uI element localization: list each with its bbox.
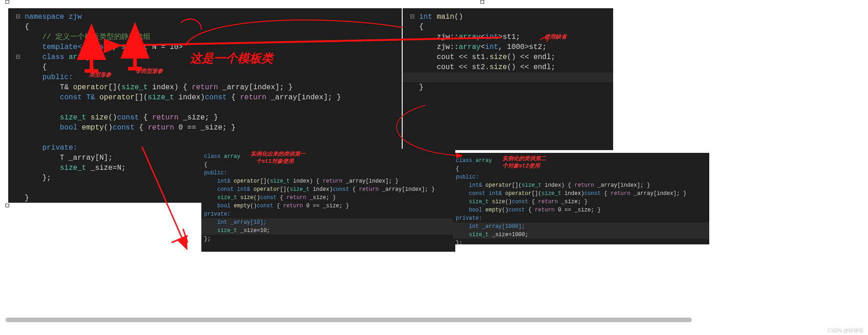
watermark: CSDN @呀呀呸: [828, 327, 863, 334]
fold-icon[interactable]: ⊟: [405, 12, 419, 22]
code-line: namespace zjw: [25, 13, 82, 21]
code-editor-main[interactable]: ⊟int main() { zjw::array<int>st1; zjw::a…: [403, 8, 613, 150]
annotation-big: 这是一个模板类: [190, 50, 273, 66]
code-editor-instance2[interactable]: class array { public: int& operator[](si…: [453, 153, 709, 244]
annotation-default: 使用缺省: [545, 33, 566, 41]
sel-handle: [480, 0, 484, 4]
annotation-inst2b: 个对象st2使用: [502, 162, 540, 170]
code-editor-instance1[interactable]: class array { public: int& operator[](si…: [201, 149, 455, 252]
annotation-inst1b: 个st1对象使用: [256, 157, 294, 165]
fold-icon[interactable]: ⊟: [11, 12, 25, 22]
code-comment: // 定义一个模板类型的静态数组: [25, 33, 151, 41]
horizontal-scrollbar[interactable]: [5, 318, 692, 322]
code-line: {: [25, 23, 29, 31]
sel-handle: [5, 204, 9, 207]
sel-handle: [5, 0, 9, 4]
annotation-inst2a: 实例化的类供第二: [502, 155, 546, 162]
annotation-inst1a: 实例化出来的类供第一: [251, 150, 306, 158]
annotation-typearg: 类型形参: [89, 71, 111, 79]
annotation-nontypearg: 非类型形参: [135, 67, 163, 75]
fold-icon[interactable]: ⊟: [11, 52, 25, 62]
